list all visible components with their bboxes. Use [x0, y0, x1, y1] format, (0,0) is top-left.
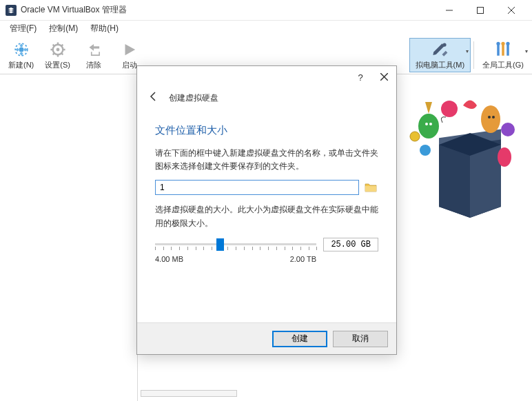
svg-point-4 [56, 48, 59, 51]
machine-tools-button[interactable]: 拟电脑工具(M) ▾ [409, 38, 471, 72]
toolbar-separator [473, 41, 474, 69]
svg-point-27 [492, 116, 495, 119]
back-arrow-icon[interactable] [148, 91, 159, 105]
bottom-strip [141, 390, 237, 397]
vm-list-sidebar[interactable] [0, 74, 138, 401]
chevron-down-icon: ▾ [525, 48, 528, 54]
svg-rect-8 [507, 45, 509, 56]
svg-point-10 [501, 41, 504, 45]
global-tools-icon [493, 40, 513, 59]
svg-point-20 [501, 123, 515, 136]
svg-rect-6 [497, 45, 500, 56]
help-button[interactable]: ? [355, 72, 366, 83]
settings-label: 设置(S) [45, 60, 70, 70]
folder-icon [365, 182, 377, 193]
maximize-button[interactable] [464, 0, 495, 21]
svg-point-24 [425, 123, 428, 125]
slider-thumb[interactable] [216, 238, 224, 251]
dialog-body: 文件位置和大小 请在下面的框中键入新建虚拟硬盘文件的名称，或单击文件夹图标来选择… [137, 112, 396, 322]
browse-folder-button[interactable] [363, 181, 378, 194]
machine-tools-icon [430, 40, 449, 59]
svg-point-22 [498, 147, 511, 167]
close-button[interactable] [495, 0, 526, 21]
svg-point-17 [418, 114, 439, 138]
size-slider-row: 25.00 GB [155, 237, 378, 252]
slider-min-label: 4.00 MB [155, 255, 183, 263]
svg-point-5 [443, 43, 447, 46]
discard-button[interactable]: 清除 [76, 39, 112, 72]
svg-rect-7 [502, 45, 504, 56]
window-title: Oracle VM VirtualBox 管理器 [21, 4, 433, 16]
svg-point-9 [496, 41, 500, 45]
slider-max-label: 2.00 TB [290, 255, 316, 263]
svg-point-26 [488, 116, 491, 119]
dialog-close-button[interactable] [378, 72, 389, 83]
dialog-titlebar: ? [137, 66, 396, 88]
slider-labels: 4.00 MB 2.00 TB [155, 255, 378, 263]
svg-rect-0 [477, 7, 483, 13]
discard-icon [84, 40, 103, 59]
svg-point-21 [420, 145, 431, 156]
size-value-display[interactable]: 25.00 GB [323, 238, 378, 251]
dialog-footer: 创建 取消 [137, 322, 396, 354]
filename-input[interactable] [155, 180, 359, 195]
svg-point-11 [506, 41, 509, 45]
location-description: 请在下面的框中键入新建虚拟硬盘文件的名称，或单击文件夹图标来选择创建文件要保存到… [155, 147, 378, 173]
svg-marker-15 [439, 145, 470, 218]
new-button[interactable]: 新建(N) [3, 39, 39, 72]
svg-point-19 [481, 105, 500, 133]
create-disk-dialog: ? 创建虚拟硬盘 文件位置和大小 请在下面的框中键入新建虚拟硬盘文件的名称，或单… [136, 65, 397, 355]
global-tools-label: 全局工具(G) [482, 60, 524, 70]
dialog-header: 创建虚拟硬盘 [137, 88, 396, 112]
menu-control[interactable]: 控制(M) [43, 21, 83, 36]
svg-point-23 [410, 132, 420, 141]
start-icon [120, 40, 139, 59]
gear-icon [48, 40, 68, 59]
new-icon [12, 40, 31, 59]
size-slider[interactable] [155, 243, 316, 245]
app-icon [6, 5, 17, 16]
svg-point-2 [19, 47, 23, 52]
filename-input-row [155, 180, 378, 195]
svg-point-25 [429, 123, 432, 125]
minimize-button[interactable] [433, 0, 464, 21]
start-label: 启动 [122, 60, 137, 70]
menubar: 管理(F) 控制(M) 帮助(H) [0, 21, 532, 36]
machine-tools-label: 拟电脑工具(M) [416, 60, 465, 70]
discard-label: 清除 [86, 60, 101, 70]
menu-help[interactable]: 帮助(H) [85, 21, 124, 36]
section-title: 文件位置和大小 [155, 124, 378, 137]
create-button[interactable]: 创建 [272, 331, 327, 347]
virtualbox-mascot [401, 88, 525, 226]
svg-marker-16 [470, 145, 501, 218]
chevron-down-icon: ▾ [466, 48, 469, 54]
new-label: 新建(N) [8, 60, 34, 70]
menu-file[interactable]: 管理(F) [4, 21, 42, 36]
global-tools-button[interactable]: 全局工具(G) ▾ [477, 39, 529, 72]
window-controls [433, 0, 526, 21]
svg-point-18 [441, 101, 458, 117]
settings-button[interactable]: 设置(S) [39, 39, 76, 72]
cancel-button[interactable]: 取消 [333, 331, 388, 347]
dialog-title: 创建虚拟硬盘 [169, 92, 218, 104]
size-description: 选择虚拟硬盘的大小。此大小为虚拟硬盘文件在实际硬盘中能用的极限大小。 [155, 203, 378, 229]
titlebar: Oracle VM VirtualBox 管理器 [0, 0, 532, 21]
